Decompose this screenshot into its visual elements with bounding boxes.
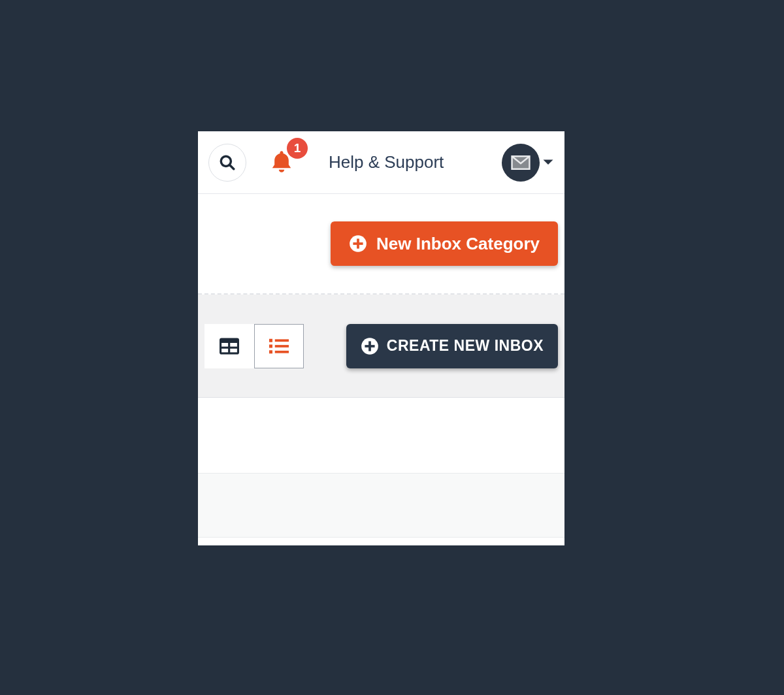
plus-circle-icon <box>349 234 367 253</box>
svg-rect-15 <box>269 350 272 353</box>
header-bar: 1 Help & Support <box>198 131 564 194</box>
svg-rect-19 <box>365 345 374 348</box>
notifications-button[interactable]: 1 <box>269 147 297 178</box>
mail-icon <box>511 155 531 170</box>
app-panel: 1 Help & Support New Inbox Category <box>198 131 564 545</box>
create-new-inbox-button[interactable]: CREATE NEW INBOX <box>346 324 558 368</box>
svg-rect-8 <box>230 343 237 347</box>
svg-rect-13 <box>269 344 272 348</box>
plus-circle-icon <box>361 337 379 355</box>
notification-badge: 1 <box>287 138 308 159</box>
help-support-link[interactable]: Help & Support <box>329 152 444 172</box>
new-inbox-category-label: New Inbox Category <box>376 234 540 254</box>
view-toggle <box>204 324 304 368</box>
svg-rect-10 <box>230 348 237 352</box>
svg-rect-9 <box>221 348 228 352</box>
svg-rect-5 <box>353 242 363 245</box>
svg-rect-11 <box>269 338 272 342</box>
list-icon <box>269 338 289 355</box>
svg-rect-12 <box>275 339 289 342</box>
svg-rect-14 <box>275 345 289 348</box>
search-icon <box>219 154 236 171</box>
search-button[interactable] <box>208 144 246 182</box>
chevron-down-icon <box>542 159 554 167</box>
user-menu[interactable] <box>502 144 554 182</box>
list-view-button[interactable] <box>254 324 304 368</box>
grid-view-button[interactable] <box>204 324 254 368</box>
avatar <box>502 144 540 182</box>
table-row <box>198 538 564 544</box>
create-new-inbox-label: CREATE NEW INBOX <box>387 337 544 355</box>
table-row <box>198 474 564 538</box>
table-row <box>198 398 564 474</box>
new-inbox-category-button[interactable]: New Inbox Category <box>331 221 558 266</box>
toolbar-section: CREATE NEW INBOX <box>198 295 564 398</box>
svg-line-1 <box>229 165 233 169</box>
svg-rect-16 <box>275 350 289 353</box>
category-section: New Inbox Category <box>198 194 564 295</box>
grid-icon <box>220 338 239 355</box>
svg-rect-7 <box>221 343 228 347</box>
